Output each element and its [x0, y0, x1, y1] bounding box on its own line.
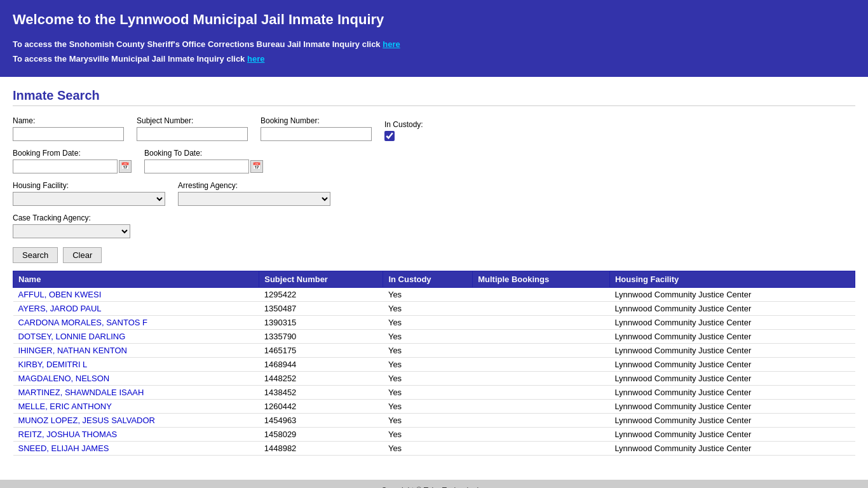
footer: Copyright © Tyler Technologies: [0, 480, 868, 488]
cell-in-custody: Yes: [383, 357, 473, 371]
cell-multiple-bookings: [473, 315, 610, 329]
name-field-group: Name:: [13, 116, 124, 141]
cell-multiple-bookings: [473, 357, 610, 371]
table-header: Name Subject Number In Custody Multiple …: [13, 271, 855, 287]
in-custody-label: In Custody:: [384, 120, 423, 129]
subject-number-field-group: Subject Number:: [137, 116, 248, 141]
col-name: Name: [13, 271, 259, 287]
in-custody-field-group: In Custody:: [384, 120, 423, 141]
cell-name: REITZ, JOSHUA THOMAS: [13, 427, 259, 441]
table-row: MAGDALENO, NELSON 1448252 Yes Lynnwood C…: [13, 371, 855, 385]
table-row: MARTINEZ, SHAWNDALE ISAAH 1438452 Yes Ly…: [13, 385, 855, 399]
cell-name: MAGDALENO, NELSON: [13, 371, 259, 385]
inmate-link[interactable]: MAGDALENO, NELSON: [18, 374, 110, 383]
inmate-link[interactable]: REITZ, JOSHUA THOMAS: [18, 430, 118, 439]
snohomish-link[interactable]: here: [383, 39, 400, 49]
inmate-link[interactable]: SNEED, ELIJAH JAMES: [18, 444, 109, 453]
name-input[interactable]: [13, 127, 124, 141]
form-row-2: Booking From Date: 📅 Booking To Date: 📅: [13, 149, 855, 173]
table-row: AFFUL, OBEN KWESI 1295422 Yes Lynnwood C…: [13, 287, 855, 301]
cell-multiple-bookings: [473, 301, 610, 315]
subject-number-input[interactable]: [137, 127, 248, 141]
housing-facility-label: Housing Facility:: [13, 181, 165, 190]
cell-in-custody: Yes: [383, 315, 473, 329]
marysville-link[interactable]: here: [247, 54, 264, 64]
cell-name: AYERS, JAROD PAUL: [13, 301, 259, 315]
inmate-link[interactable]: IHINGER, NATHAN KENTON: [18, 346, 127, 355]
arresting-agency-field-group: Arresting Agency:: [178, 181, 330, 206]
cell-subject-number: 1295422: [259, 287, 383, 301]
cell-subject-number: 1448252: [259, 371, 383, 385]
cell-multiple-bookings: [473, 343, 610, 357]
cell-in-custody: Yes: [383, 413, 473, 427]
booking-to-calendar-icon[interactable]: 📅: [250, 160, 263, 173]
cell-housing-facility: Lynnwood Community Justice Center: [609, 329, 855, 343]
in-custody-checkbox[interactable]: [384, 131, 395, 141]
inmate-link[interactable]: AFFUL, OBEN KWESI: [18, 290, 102, 299]
results-table: Name Subject Number In Custody Multiple …: [13, 271, 855, 456]
cell-name: IHINGER, NATHAN KENTON: [13, 343, 259, 357]
case-tracking-field-group: Case Tracking Agency:: [13, 214, 130, 238]
cell-subject-number: 1350487: [259, 301, 383, 315]
inmate-link[interactable]: DOTSEY, LONNIE DARLING: [18, 332, 126, 341]
booking-to-field-group: Booking To Date: 📅: [144, 149, 263, 173]
booking-to-label: Booking To Date:: [144, 149, 263, 158]
booking-to-wrapper: 📅: [144, 159, 263, 173]
housing-facility-field-group: Housing Facility:: [13, 181, 165, 206]
booking-from-wrapper: 📅: [13, 159, 132, 173]
subject-number-label: Subject Number:: [137, 116, 248, 125]
table-body: AFFUL, OBEN KWESI 1295422 Yes Lynnwood C…: [13, 287, 855, 455]
header: Welcome to the Lynnwood Municipal Jail I…: [0, 0, 868, 77]
housing-facility-select[interactable]: [13, 192, 165, 206]
booking-from-input[interactable]: [13, 159, 118, 173]
booking-to-input[interactable]: [144, 159, 249, 173]
case-tracking-select[interactable]: [13, 224, 130, 238]
table-row: MELLE, ERIC ANTHONY 1260442 Yes Lynnwood…: [13, 399, 855, 413]
cell-subject-number: 1448982: [259, 441, 383, 455]
case-tracking-label: Case Tracking Agency:: [13, 214, 130, 222]
page-title: Welcome to the Lynnwood Municipal Jail I…: [13, 11, 855, 28]
cell-housing-facility: Lynnwood Community Justice Center: [609, 371, 855, 385]
cell-in-custody: Yes: [383, 399, 473, 413]
cell-name: AFFUL, OBEN KWESI: [13, 287, 259, 301]
cell-housing-facility: Lynnwood Community Justice Center: [609, 441, 855, 455]
cell-subject-number: 1454963: [259, 413, 383, 427]
inmate-link[interactable]: MELLE, ERIC ANTHONY: [18, 402, 112, 411]
cell-housing-facility: Lynnwood Community Justice Center: [609, 427, 855, 441]
cell-subject-number: 1335790: [259, 329, 383, 343]
booking-from-calendar-icon[interactable]: 📅: [119, 160, 132, 173]
inmate-link[interactable]: KIRBY, DEMITRI L: [18, 360, 88, 369]
cell-in-custody: Yes: [383, 343, 473, 357]
cell-in-custody: Yes: [383, 329, 473, 343]
cell-subject-number: 1260442: [259, 399, 383, 413]
cell-subject-number: 1468944: [259, 357, 383, 371]
button-row: Search Clear: [13, 247, 855, 263]
arresting-agency-label: Arresting Agency:: [178, 181, 330, 190]
col-housing-facility: Housing Facility: [609, 271, 855, 287]
inmate-link[interactable]: MARTINEZ, SHAWNDALE ISAAH: [18, 388, 144, 397]
cell-multiple-bookings: [473, 427, 610, 441]
main-content: Inmate Search Name: Subject Number: Book…: [0, 77, 868, 467]
inmate-link[interactable]: MUNOZ LOPEZ, JESUS SALVADOR: [18, 416, 156, 425]
cell-multiple-bookings: [473, 371, 610, 385]
cell-multiple-bookings: [473, 385, 610, 399]
cell-housing-facility: Lynnwood Community Justice Center: [609, 385, 855, 399]
cell-name: DOTSEY, LONNIE DARLING: [13, 329, 259, 343]
booking-from-label: Booking From Date:: [13, 149, 132, 158]
cell-in-custody: Yes: [383, 301, 473, 315]
inmate-link[interactable]: CARDONA MORALES, SANTOS F: [18, 318, 147, 327]
arresting-agency-select[interactable]: [178, 192, 330, 206]
booking-number-input[interactable]: [261, 127, 372, 141]
inmate-link[interactable]: AYERS, JAROD PAUL: [18, 304, 102, 313]
clear-button[interactable]: Clear: [63, 247, 102, 263]
form-row-1: Name: Subject Number: Booking Number: In…: [13, 116, 855, 141]
search-button[interactable]: Search: [13, 247, 58, 263]
name-label: Name:: [13, 116, 124, 125]
table-row: CARDONA MORALES, SANTOS F 1390315 Yes Ly…: [13, 315, 855, 329]
section-title: Inmate Search: [13, 88, 855, 106]
header-links: To access the Snohomish County Sheriff's…: [13, 37, 855, 67]
table-row: IHINGER, NATHAN KENTON 1465175 Yes Lynnw…: [13, 343, 855, 357]
col-multiple-bookings: Multiple Bookings: [473, 271, 610, 287]
cell-housing-facility: Lynnwood Community Justice Center: [609, 413, 855, 427]
form-row-4: Case Tracking Agency:: [13, 214, 855, 238]
